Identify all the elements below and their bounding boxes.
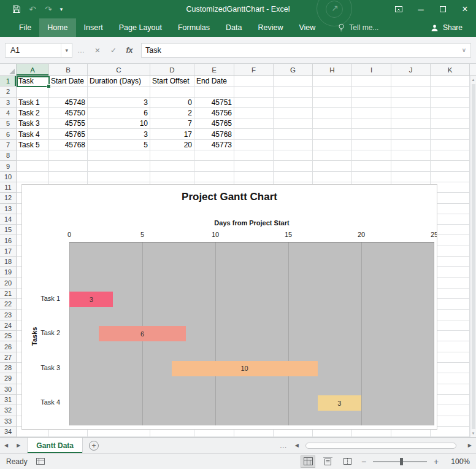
row-header-26[interactable]: 26 [0,341,17,352]
row-header-9[interactable]: 9 [0,161,17,171]
row-header-16[interactable]: 16 [0,235,17,246]
column-header-H[interactable]: H [313,64,352,76]
row-header-24[interactable]: 24 [0,320,17,331]
row-header-33[interactable]: 33 [0,416,17,427]
cell-K5[interactable] [431,118,470,129]
gantt-chart[interactable]: Project Gantt Chart Days from Project St… [21,184,437,430]
cell-C3[interactable]: 3 [88,98,150,108]
insert-function-button[interactable]: fx [121,43,137,58]
cell-G2[interactable] [274,87,313,97]
row-header-27[interactable]: 27 [0,352,17,363]
cell-B7[interactable]: 45768 [49,140,88,150]
row-header-17[interactable]: 17 [0,246,17,257]
cell-I1[interactable] [352,76,391,87]
save-button[interactable] [9,1,25,17]
cell-C1[interactable]: Duration (Days) [88,76,150,87]
row-header-11[interactable]: 11 [0,182,17,193]
tab-ellipsis[interactable]: … [276,441,291,450]
cell-J4[interactable] [391,108,431,118]
name-box-dropdown-icon[interactable]: ▾ [61,44,72,57]
cell-J3[interactable] [391,98,431,108]
ribbon-tab-file[interactable]: File [11,18,39,37]
cell-G8[interactable] [274,150,313,161]
name-box[interactable]: A1 ▾ [5,43,72,58]
horizontal-scrollbar-thumb[interactable] [305,443,456,449]
row-header-12[interactable]: 12 [0,193,17,203]
cell-E9[interactable] [194,161,234,171]
cell-G3[interactable] [274,98,313,108]
cell-K7[interactable] [431,140,470,150]
cell-F2[interactable] [234,87,274,97]
cancel-button[interactable]: × [90,43,106,58]
cell-E2[interactable] [194,87,234,97]
vertical-scrollbar[interactable]: ▲ ▼ [470,76,476,437]
row-header-34[interactable]: 34 [0,427,17,437]
ribbon-tab-view[interactable]: View [291,18,323,37]
column-header-A[interactable]: A [17,64,49,76]
scroll-down-icon[interactable]: ▼ [472,430,475,437]
ribbon-tab-home[interactable]: Home [39,18,75,37]
column-header-J[interactable]: J [391,64,431,76]
cell-A5[interactable]: Task 3 [17,118,49,129]
cell-B9[interactable] [49,161,88,171]
page-layout-view-button[interactable] [320,455,335,468]
zoom-slider-thumb[interactable] [400,458,403,465]
row-header-25[interactable]: 25 [0,331,17,341]
enter-button[interactable]: ✓ [106,43,121,58]
horizontal-scrollbar[interactable] [303,442,464,449]
ribbon-tab-page-layout[interactable]: Page Layout [111,18,170,37]
gantt-bar-task-2[interactable]: 6 [99,326,186,341]
zoom-slider[interactable] [373,457,427,466]
cell-K2[interactable] [431,87,470,97]
cell-H10[interactable] [313,172,352,182]
macro-record-button[interactable] [36,458,45,465]
cell-A6[interactable]: Task 4 [17,129,49,139]
cell-B8[interactable] [49,150,88,161]
cell-E5[interactable]: 45765 [194,118,234,129]
cell-I9[interactable] [352,161,391,171]
cell-D1[interactable]: Start Offset [150,76,194,87]
cell-I8[interactable] [352,150,391,161]
row-header-14[interactable]: 14 [0,214,17,225]
cell-H2[interactable] [313,87,352,97]
cell-E7[interactable]: 45773 [194,140,234,150]
cell-B10[interactable] [49,172,88,182]
cell-C10[interactable] [88,172,150,182]
select-all-button[interactable] [0,64,17,76]
scroll-up-icon[interactable]: ▲ [472,76,475,83]
cell-I7[interactable] [352,140,391,150]
cell-K4[interactable] [431,108,470,118]
sheet-tab-gantt-data[interactable]: Gantt Data [27,438,83,453]
cell-D8[interactable] [150,150,194,161]
cell-J5[interactable] [391,118,431,129]
cell-K10[interactable] [431,172,470,182]
customize-quick-access-button[interactable]: ▾ [56,1,66,17]
cell-K3[interactable] [431,98,470,108]
column-header-G[interactable]: G [274,64,313,76]
cell-D10[interactable] [150,172,194,182]
row-header-6[interactable]: 6 [0,129,17,139]
gantt-bar-task-1[interactable]: 3 [69,292,113,307]
cell-C2[interactable] [88,87,150,97]
row-header-1[interactable]: 1 [0,76,17,87]
cell-G1[interactable] [274,76,313,87]
cell-D6[interactable]: 17 [150,129,194,139]
row-header-13[interactable]: 13 [0,204,17,214]
cell-J8[interactable] [391,150,431,161]
cell-E3[interactable]: 45751 [194,98,234,108]
cell-G6[interactable] [274,129,313,139]
ribbon-tab-data[interactable]: Data [218,18,250,37]
row-header-15[interactable]: 15 [0,225,17,235]
cell-D7[interactable]: 20 [150,140,194,150]
cell-J6[interactable] [391,129,431,139]
sheet-nav-right-icon[interactable]: ▶ [12,443,25,448]
row-header-23[interactable]: 23 [0,310,17,320]
cell-D3[interactable]: 0 [150,98,194,108]
cell-E10[interactable] [194,172,234,182]
minimize-button[interactable]: ─ [410,0,432,18]
formula-input[interactable]: Task ∨ [141,43,471,58]
vertical-scrollbar-thumb[interactable] [472,84,475,429]
cell-H8[interactable] [313,150,352,161]
gantt-bar-task-4[interactable]: 3 [318,395,361,411]
cell-C5[interactable]: 10 [88,118,150,129]
